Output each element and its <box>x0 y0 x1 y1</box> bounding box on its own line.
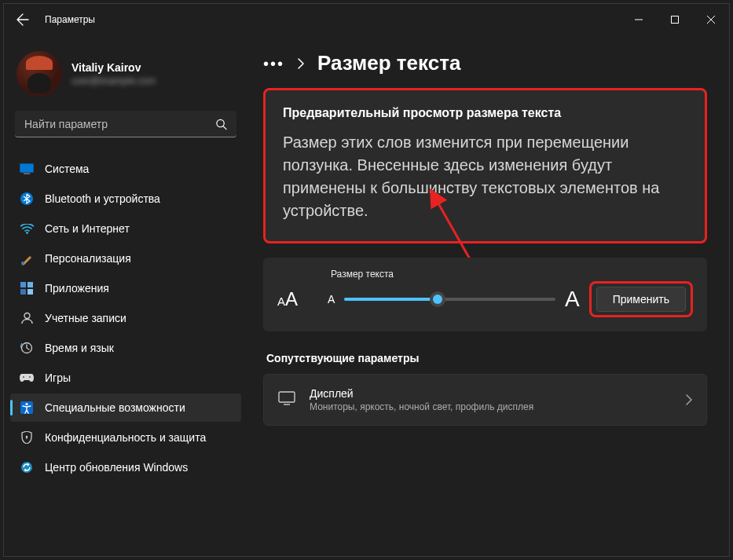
sidebar-item-label: Bluetooth и устройства <box>45 192 160 205</box>
apps-icon <box>20 281 34 295</box>
chevron-right-icon <box>297 58 305 69</box>
maximize-button[interactable] <box>657 4 693 35</box>
svg-point-17 <box>26 436 28 438</box>
svg-point-11 <box>24 313 30 319</box>
svg-point-13 <box>23 376 24 378</box>
text-size-slider[interactable] <box>344 298 555 301</box>
text-size-slider-card: Размер текста AA A A Применить <box>263 258 707 331</box>
profile-name: Vitaliy Kairov <box>71 61 156 74</box>
accessibility-icon <box>20 401 34 415</box>
sidebar-item-privacy[interactable]: Конфиденциальность и защита <box>10 423 241 452</box>
svg-point-16 <box>25 403 27 405</box>
sidebar-item-network[interactable]: Сеть и Интернет <box>10 214 241 243</box>
sidebar-item-apps[interactable]: Приложения <box>10 274 241 302</box>
shield-icon <box>20 430 34 445</box>
svg-rect-2 <box>20 164 34 173</box>
svg-point-14 <box>29 376 31 378</box>
sidebar-item-label: Конфиденциальность и защита <box>45 431 206 444</box>
related-title: Дисплей <box>310 387 672 400</box>
svg-rect-3 <box>24 174 30 174</box>
related-subtitle: Мониторы, яркость, ночной свет, профиль … <box>310 401 672 412</box>
gamepad-icon <box>20 371 34 385</box>
preview-title: Предварительный просмотр размера текста <box>283 106 687 120</box>
sidebar-item-label: Игры <box>45 372 71 384</box>
close-button[interactable] <box>693 4 729 35</box>
sidebar-item-accounts[interactable]: Учетные записи <box>10 304 241 332</box>
sidebar-item-label: Приложения <box>45 282 109 295</box>
slider-label: Размер текста <box>331 269 693 280</box>
maximize-icon <box>671 16 679 24</box>
sidebar-item-bluetooth[interactable]: Bluetooth и устройства <box>10 185 241 213</box>
sidebar-item-gaming[interactable]: Игры <box>10 364 241 392</box>
search-input[interactable] <box>15 111 236 137</box>
slider-thumb[interactable] <box>430 291 445 307</box>
back-button[interactable] <box>13 10 32 29</box>
svg-point-18 <box>21 462 32 473</box>
breadcrumb: ••• Размер текста <box>263 51 707 75</box>
slider-fill <box>344 298 437 301</box>
profile-email: user@example.com <box>71 75 156 86</box>
apply-highlight: Применить <box>589 281 693 317</box>
sidebar-item-update[interactable]: Центр обновления Windows <box>10 453 241 481</box>
brush-icon <box>20 251 34 265</box>
sidebar-item-accessibility[interactable]: Специальные возможности <box>10 393 241 422</box>
sidebar: Vitaliy Kairov user@example.com Система … <box>4 35 247 556</box>
svg-rect-7 <box>20 282 26 287</box>
sidebar-item-label: Время и язык <box>45 342 114 354</box>
svg-rect-8 <box>27 282 33 287</box>
svg-point-6 <box>21 262 24 265</box>
preview-body: Размер этих слов изменится при перемещен… <box>283 131 687 222</box>
display-outline-icon <box>278 391 295 408</box>
minimize-button[interactable] <box>621 4 657 35</box>
apply-button[interactable]: Применить <box>596 287 686 312</box>
breadcrumb-more-button[interactable]: ••• <box>263 56 284 71</box>
update-icon <box>20 460 34 474</box>
svg-point-5 <box>26 232 28 234</box>
bluetooth-icon <box>20 192 34 206</box>
display-icon <box>20 162 34 176</box>
clock-icon <box>20 341 34 355</box>
sidebar-item-label: Учетные записи <box>45 312 126 324</box>
titlebar: Параметры <box>4 4 729 35</box>
svg-rect-20 <box>279 392 295 402</box>
minimize-icon <box>635 16 643 24</box>
sidebar-item-time[interactable]: Время и язык <box>10 334 241 362</box>
related-section-title: Сопутствующие параметры <box>266 352 707 364</box>
sidebar-item-label: Сеть и Интернет <box>45 222 130 235</box>
related-display-card[interactable]: Дисплей Мониторы, яркость, ночной свет, … <box>263 374 707 426</box>
slider-max-icon: A <box>565 287 580 312</box>
wifi-icon <box>20 221 34 236</box>
page-title: Размер текста <box>317 51 460 75</box>
person-icon <box>20 311 34 325</box>
svg-rect-9 <box>20 289 26 295</box>
app-title: Параметры <box>45 14 95 25</box>
svg-rect-10 <box>27 289 33 295</box>
avatar <box>16 51 62 97</box>
arrow-left-icon <box>16 13 29 26</box>
slider-min-icon: A <box>328 293 335 306</box>
sidebar-item-label: Специальные возможности <box>45 401 185 414</box>
profile-block[interactable]: Vitaliy Kairov user@example.com <box>10 46 241 108</box>
sidebar-item-personalization[interactable]: Персонализация <box>10 244 241 273</box>
sidebar-item-label: Система <box>45 163 89 175</box>
main-content: ••• Размер текста Предварительный просмо… <box>247 35 729 556</box>
sample-aa-icon: AA <box>277 288 318 310</box>
sidebar-item-system[interactable]: Система <box>10 155 241 183</box>
sidebar-item-label: Центр обновления Windows <box>45 461 188 474</box>
svg-rect-0 <box>672 16 679 24</box>
sidebar-item-label: Персонализация <box>45 252 131 265</box>
close-icon <box>707 16 715 24</box>
text-size-preview-card: Предварительный просмотр размера текста … <box>263 88 707 243</box>
chevron-right-icon <box>686 394 692 405</box>
